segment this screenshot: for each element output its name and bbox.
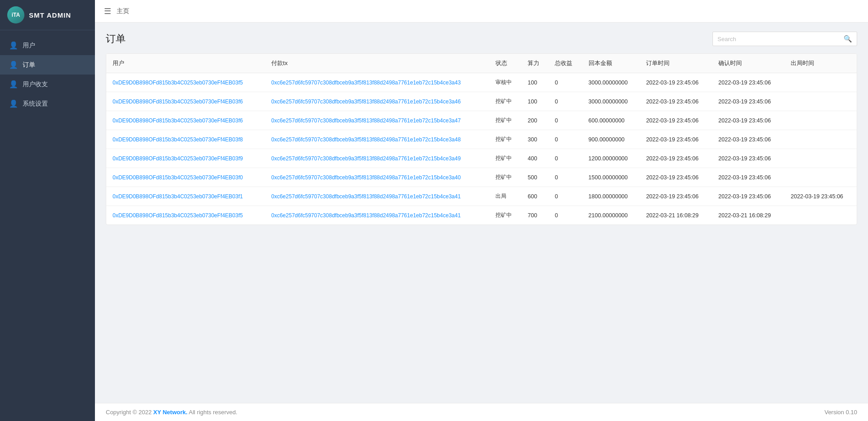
cell-status: 挖矿中: [489, 130, 521, 149]
cell-confirm-time: 2022-03-19 23:45:06: [712, 168, 784, 187]
sidebar-logo: iTA: [7, 6, 24, 23]
cell-profit: 0: [548, 111, 582, 130]
tx-link[interactable]: 0xc6e257d6fc59707c308dfbceb9a3f5f813f88d…: [271, 136, 461, 143]
status-badge: 挖矿中: [495, 117, 512, 123]
footer: Copyright © 2022 XY Network. All rights …: [95, 403, 868, 421]
footer-version: Version 0.10: [825, 409, 857, 416]
main-content: ☰ 主页 订单 🔍 用户 付款tx 状态 算力 总收益: [95, 0, 868, 421]
status-badge: 挖矿中: [495, 174, 512, 180]
cell-confirm-time: 2022-03-19 23:45:06: [712, 130, 784, 149]
table-row: 0xDE9D0B898OFd815b3b4C0253eb0730eFf4EB03…: [106, 92, 857, 111]
cell-order-time: 2022-03-19 23:45:06: [640, 92, 712, 111]
cell-tx: 0xc6e257d6fc59707c308dfbceb9a3f5f813f88d…: [265, 206, 489, 225]
table-row: 0xDE9D0B898OFd815b3b4C0253eb0730eFf4EB03…: [106, 206, 857, 225]
table-row: 0xDE9D0B898OFd815b3b4C0253eb0730eFf4EB03…: [106, 73, 857, 92]
status-badge: 挖矿中: [495, 136, 512, 142]
user-link[interactable]: 0xDE9D0B898OFd815b3b4C0253eb0730eFf4EB03…: [113, 98, 243, 105]
tx-link[interactable]: 0xc6e257d6fc59707c308dfbceb9a3f5f813f88d…: [271, 155, 461, 162]
cell-status: 挖矿中: [489, 149, 521, 168]
cell-hashrate: 100: [521, 92, 548, 111]
cell-status: 审核中: [489, 73, 521, 92]
sidebar-item-user-balance[interactable]: 👤 用户收支: [0, 75, 95, 94]
cell-confirm-time: 2022-03-19 23:45:06: [712, 149, 784, 168]
cell-status: 挖矿中: [489, 92, 521, 111]
cell-exit-time: [784, 130, 857, 149]
cell-exit-time: [784, 111, 857, 130]
cell-capital: 600.00000000: [582, 111, 640, 130]
cell-capital: 3000.00000000: [582, 92, 640, 111]
table-header-row: 用户 付款tx 状态 算力 总收益 回本金额 订单时间 确认时间 出局时间: [106, 54, 857, 73]
tx-link[interactable]: 0xc6e257d6fc59707c308dfbceb9a3f5f813f88d…: [271, 80, 461, 86]
topbar: ☰ 主页: [95, 0, 868, 23]
table-row: 0xDE9D0B898OFd815b3b4C0253eb0730eFf4EB03…: [106, 130, 857, 149]
cell-user: 0xDE9D0B898OFd815b3b4C0253eb0730eFf4EB03…: [106, 111, 265, 130]
cell-status: 挖矿中: [489, 206, 521, 225]
col-header-status: 状态: [489, 54, 521, 73]
nav-label-settings: 系统设置: [23, 100, 48, 108]
footer-brand: XY Network.: [153, 409, 188, 416]
cell-exit-time: 2022-03-19 23:45:06: [784, 187, 857, 206]
cell-hashrate: 400: [521, 149, 548, 168]
hamburger-icon[interactable]: ☰: [104, 6, 111, 16]
cell-user: 0xDE9D0B898OFd815b3b4C0253eb0730eFf4EB03…: [106, 92, 265, 111]
search-wrapper: 🔍: [712, 32, 857, 46]
cell-tx: 0xc6e257d6fc59707c308dfbceb9a3f5f813f88d…: [265, 130, 489, 149]
cell-order-time: 2022-03-19 23:45:06: [640, 149, 712, 168]
cell-confirm-time: 2022-03-19 23:45:06: [712, 111, 784, 130]
cell-capital: 900.00000000: [582, 130, 640, 149]
logo-text: iTA: [12, 12, 20, 18]
search-button[interactable]: 🔍: [839, 32, 857, 46]
page-header: 订单 🔍: [106, 32, 857, 46]
table-row: 0xDE9D0B898OFd815b3b4C0253eb0730eFf4EB03…: [106, 149, 857, 168]
user-link[interactable]: 0xDE9D0B898OFd815b3b4C0253eb0730eFf4EB03…: [113, 212, 243, 219]
cell-hashrate: 200: [521, 111, 548, 130]
cell-capital: 3000.00000000: [582, 73, 640, 92]
sidebar-nav: 👤 用户 👤 订单 👤 用户收支 👤 系统设置: [0, 30, 95, 421]
cell-profit: 0: [548, 92, 582, 111]
nav-label-orders: 订单: [23, 61, 35, 69]
user-link[interactable]: 0xDE9D0B898OFd815b3b4C0253eb0730eFf4EB03…: [113, 174, 243, 181]
status-badge: 挖矿中: [495, 155, 512, 161]
col-header-order-time: 订单时间: [640, 54, 712, 73]
cell-confirm-time: 2022-03-19 23:45:06: [712, 92, 784, 111]
sidebar-item-users[interactable]: 👤 用户: [0, 36, 95, 55]
tx-link[interactable]: 0xc6e257d6fc59707c308dfbceb9a3f5f813f88d…: [271, 193, 461, 200]
sidebar-item-orders[interactable]: 👤 订单: [0, 55, 95, 75]
nav-label-balance: 用户收支: [23, 80, 48, 89]
settings-icon: 👤: [9, 99, 18, 108]
sidebar-item-settings[interactable]: 👤 系统设置: [0, 94, 95, 113]
cell-profit: 0: [548, 130, 582, 149]
cell-profit: 0: [548, 206, 582, 225]
cell-status: 出局: [489, 187, 521, 206]
cell-user: 0xDE9D0B898OFd815b3b4C0253eb0730eFf4EB03…: [106, 206, 265, 225]
cell-tx: 0xc6e257d6fc59707c308dfbceb9a3f5f813f88d…: [265, 187, 489, 206]
cell-order-time: 2022-03-19 23:45:06: [640, 111, 712, 130]
tx-link[interactable]: 0xc6e257d6fc59707c308dfbceb9a3f5f813f88d…: [271, 98, 461, 105]
user-link[interactable]: 0xDE9D0B898OFd815b3b4C0253eb0730eFf4EB03…: [113, 136, 243, 143]
search-input[interactable]: [713, 33, 839, 45]
user-link[interactable]: 0xDE9D0B898OFd815b3b4C0253eb0730eFf4EB03…: [113, 80, 243, 86]
col-header-capital: 回本金额: [582, 54, 640, 73]
cell-profit: 0: [548, 73, 582, 92]
cell-profit: 0: [548, 187, 582, 206]
tx-link[interactable]: 0xc6e257d6fc59707c308dfbceb9a3f5f813f88d…: [271, 117, 461, 124]
tx-link[interactable]: 0xc6e257d6fc59707c308dfbceb9a3f5f813f88d…: [271, 212, 461, 219]
cell-capital: 1800.00000000: [582, 187, 640, 206]
version-label: Version: [825, 409, 844, 416]
cell-order-time: 2022-03-19 23:45:06: [640, 168, 712, 187]
cell-order-time: 2022-03-19 23:45:06: [640, 187, 712, 206]
cell-status: 挖矿中: [489, 168, 521, 187]
cell-user: 0xDE9D0B898OFd815b3b4C0253eb0730eFf4EB03…: [106, 168, 265, 187]
user-link[interactable]: 0xDE9D0B898OFd815b3b4C0253eb0730eFf4EB03…: [113, 117, 243, 124]
cell-user: 0xDE9D0B898OFd815b3b4C0253eb0730eFf4EB03…: [106, 149, 265, 168]
cell-status: 挖矿中: [489, 111, 521, 130]
tx-link[interactable]: 0xc6e257d6fc59707c308dfbceb9a3f5f813f88d…: [271, 174, 461, 181]
user-link[interactable]: 0xDE9D0B898OFd815b3b4C0253eb0730eFf4EB03…: [113, 155, 243, 162]
breadcrumb: 主页: [117, 7, 129, 15]
page-title: 订单: [106, 32, 126, 46]
cell-order-time: 2022-03-21 16:08:29: [640, 206, 712, 225]
user-link[interactable]: 0xDE9D0B898OFd815b3b4C0253eb0730eFf4EB03…: [113, 193, 243, 200]
cell-hashrate: 600: [521, 187, 548, 206]
cell-exit-time: [784, 92, 857, 111]
cell-exit-time: [784, 73, 857, 92]
